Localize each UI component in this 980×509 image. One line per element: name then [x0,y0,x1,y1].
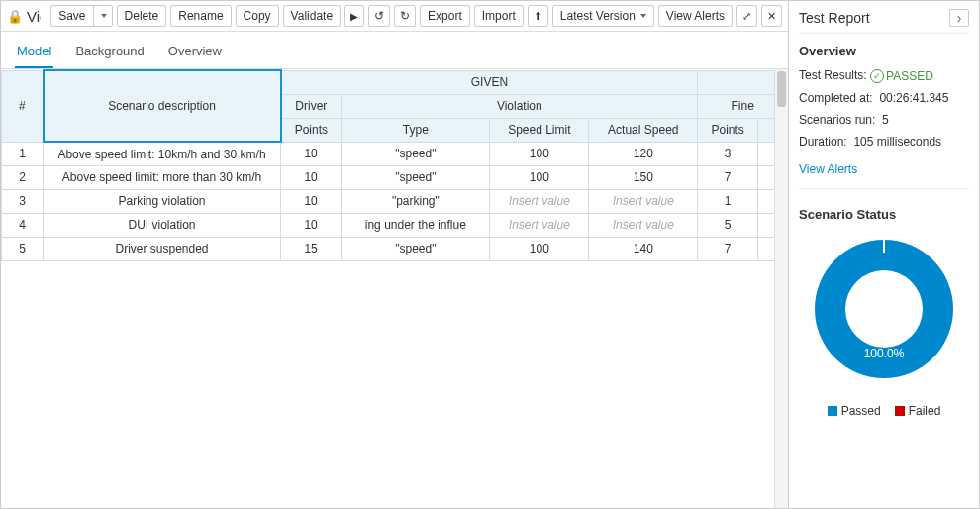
version-dropdown[interactable]: Latest Version [552,5,654,27]
col-actual-speed: Actual Speed [589,118,698,142]
expand-button[interactable] [736,5,757,27]
redo-icon [400,9,410,23]
close-editor-button[interactable] [761,5,782,27]
cell-fine-points[interactable]: 7 [698,165,758,189]
cell-description[interactable]: Above speed limit: 10km/h and 30 km/h [44,142,281,165]
cell-number[interactable]: 1 [2,142,44,165]
test-results-row: Test Results: PASSED [799,68,969,83]
cell-driver-points[interactable]: 10 [281,165,342,189]
col-fine-points: Points [698,118,758,142]
run-button[interactable] [344,5,364,27]
cell-type[interactable]: ing under the influe [342,213,490,237]
cell-type[interactable]: "speed" [342,237,490,260]
tab-overview[interactable]: Overview [166,40,224,68]
undo-button[interactable] [368,5,390,27]
undo-icon [374,9,384,23]
cell-actual-speed[interactable]: Insert value [589,189,698,213]
cell-type[interactable]: "speed" [342,142,490,165]
cell-driver-points[interactable]: 10 [281,213,342,237]
cell-description[interactable]: Parking violation [44,189,281,213]
cell-speed-limit[interactable]: Insert value [490,213,589,237]
swatch-passed [828,406,837,416]
cell-fine-points[interactable]: 5 [698,213,758,237]
col-driver-points: Points [281,118,342,142]
cell-speed-limit[interactable]: 100 [490,237,589,260]
scrollbar-thumb[interactable] [777,71,786,107]
table-row[interactable]: 4DUI violation10ing under the influeInse… [2,213,788,237]
legend-passed: Passed [828,404,881,418]
cell-actual-speed[interactable]: Insert value [589,213,698,237]
cell-description[interactable]: Driver suspended [44,237,281,260]
cell-speed-limit[interactable]: Insert value [490,189,589,213]
editor-toolbar: 🔒 Violation Scenarios.scesim ... Save De… [1,1,788,32]
chevron-right-icon [957,11,962,26]
col-number: # [2,70,44,142]
test-report-panel: Test Report Overview Test Results: PASSE… [789,1,979,508]
export-button[interactable]: Export [420,5,470,27]
overview-heading: Overview [799,44,969,58]
col-violation: Violation [342,94,698,118]
redo-button[interactable] [394,5,416,27]
table-row[interactable]: 2Above speed limit: more than 30 km/h10"… [2,165,788,189]
col-driver: Driver [281,94,342,118]
cell-fine-points[interactable]: 1 [698,189,758,213]
upload-button[interactable] [528,5,548,27]
cell-fine-points[interactable]: 7 [698,237,758,260]
cell-number[interactable]: 5 [2,237,44,260]
file-name: Violation Scenarios.scesim ... [27,8,41,25]
cell-actual-speed[interactable]: 150 [589,165,698,189]
swatch-failed [895,406,905,416]
cell-driver-points[interactable]: 15 [281,237,342,260]
cell-description[interactable]: DUI violation [44,213,281,237]
status-donut-chart: 100.0% [815,240,953,378]
rename-button[interactable]: Rename [170,5,231,27]
legend-failed: Failed [895,404,941,418]
col-speed-limit: Speed Limit [490,118,589,142]
file-title: 🔒 Violation Scenarios.scesim ... [7,8,41,25]
col-group-given: GIVEN [281,70,698,94]
tab-background[interactable]: Background [73,40,146,68]
editor-tabs: Model Background Overview [1,32,788,69]
cell-number[interactable]: 4 [2,213,44,237]
play-icon [350,9,358,23]
scenario-grid-container: # Scenario description GIVEN Driver Viol… [1,69,788,508]
copy-button[interactable]: Copy [236,5,279,27]
donut-percent-label: 100.0% [864,347,905,360]
cell-actual-speed[interactable]: 120 [589,142,698,165]
save-dropdown[interactable] [93,5,113,27]
scenario-grid[interactable]: # Scenario description GIVEN Driver Viol… [1,69,788,261]
import-button[interactable]: Import [474,5,524,27]
cell-type[interactable]: "parking" [342,189,490,213]
save-button[interactable]: Save [50,5,93,27]
validate-button[interactable]: Validate [283,5,341,27]
close-icon [767,9,776,23]
table-row[interactable]: 3Parking violation10"parking"Insert valu… [2,189,788,213]
lock-icon: 🔒 [7,9,23,24]
table-row[interactable]: 5Driver suspended15"speed"1001407 [2,237,788,260]
table-row[interactable]: 1Above speed limit: 10km/h and 30 km/h10… [2,142,788,165]
passed-badge: PASSED [870,69,933,83]
cell-type[interactable]: "speed" [342,165,490,189]
col-scenario-description[interactable]: Scenario description [44,70,281,142]
cell-speed-limit[interactable]: 100 [490,142,589,165]
cell-driver-points[interactable]: 10 [281,142,342,165]
expand-diagonal-icon [742,9,751,23]
cell-description[interactable]: Above speed limit: more than 30 km/h [44,165,281,189]
view-alerts-button[interactable]: View Alerts [658,5,733,27]
tab-model[interactable]: Model [15,40,53,68]
scenarios-run-row: Scenarios run: 5 [799,113,969,127]
panel-collapse-button[interactable] [949,9,969,27]
cell-number[interactable]: 3 [2,189,44,213]
delete-button[interactable]: Delete [117,5,167,27]
cell-fine-points[interactable]: 3 [698,142,758,165]
col-type: Type [342,118,490,142]
cell-number[interactable]: 2 [2,165,44,189]
cell-driver-points[interactable]: 10 [281,189,342,213]
vertical-scrollbar[interactable] [774,69,788,508]
scenario-status-heading: Scenario Status [799,207,969,222]
panel-title: Test Report [799,10,870,26]
view-alerts-link[interactable]: View Alerts [799,162,969,176]
divider [799,188,969,189]
cell-speed-limit[interactable]: 100 [490,165,589,189]
cell-actual-speed[interactable]: 140 [589,237,698,260]
